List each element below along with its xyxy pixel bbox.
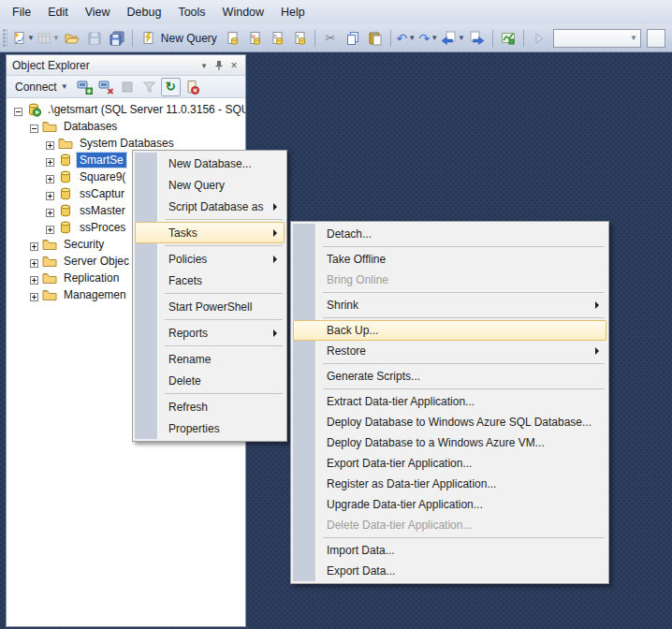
tree-item-label[interactable]: Security [61,237,107,252]
tree-row[interactable]: Databases [7,118,245,135]
menu-item-shrink[interactable]: Shrink [293,295,606,315]
close-icon[interactable]: × [226,58,241,72]
expand-icon[interactable] [46,224,54,232]
debug-start-button[interactable] [529,28,549,49]
menu-item-generate-scripts[interactable]: Generate Scripts... [293,366,606,387]
menu-item-deploy-database-to-a-windows-azure-vm[interactable]: Deploy Database to a Windows Azure VM... [293,432,606,453]
menu-item-deploy-database-to-windows-azure-sql-database[interactable]: Deploy Database to Windows Azure SQL Dat… [293,412,606,432]
menu-item-export-data-tier-application[interactable]: Export Data-tier Application... [293,453,606,474]
dropdown-arrow-icon[interactable]: ▼ [27,34,35,42]
expand-icon[interactable] [46,207,54,215]
mdx-query-button[interactable]: M [244,28,265,49]
database-engine-query-button[interactable] [222,28,242,49]
xmla-query-button[interactable]: X [289,28,310,49]
menu-item-tasks[interactable]: Tasks [135,222,285,243]
menu-item-facets[interactable]: Facets [135,270,285,291]
new-query-button[interactable] [138,28,158,49]
activity-chart-button[interactable] [498,28,519,49]
menu-item-start-powershell[interactable]: Start PowerShell [135,296,285,317]
tree-item-label[interactable]: .\getsmart (SQL Server 11.0.3156 - SQUA [45,102,245,117]
dropdown-arrow-icon[interactable]: ▼ [431,34,438,42]
expand-icon[interactable] [30,291,38,300]
availability-combo[interactable]: ▼ [553,29,641,48]
collapse-icon[interactable] [30,123,38,131]
open-file-button[interactable] [62,28,82,49]
tree-item-label[interactable]: Databases [61,119,120,134]
menu-item-take-offline[interactable]: Take Offline [293,249,606,270]
menu-item-delete[interactable]: Delete [135,370,285,391]
menubar-item-file[interactable]: File [4,0,39,24]
tree-item-label[interactable]: System Databases [77,136,177,151]
cut-button[interactable]: ✂ [320,28,341,49]
dropdown-arrow-icon[interactable]: ▼ [52,34,60,42]
menubar-item-edit[interactable]: Edit [39,0,77,24]
menu-item-properties[interactable]: Properties [135,417,285,439]
expand-icon[interactable] [46,156,54,165]
menu-item-restore[interactable]: Restore [293,341,606,361]
menu-item-new-query[interactable]: New Query [135,174,285,196]
dropdown-arrow-icon[interactable]: ▼ [408,34,416,42]
menu-item-import-data[interactable]: Import Data... [293,540,606,561]
menu-item-export-data[interactable]: Export Data... [293,561,606,581]
navigate-backward-button[interactable]: ▼ [441,28,465,49]
collapse-icon[interactable] [14,106,22,114]
menu-item-script-database-as[interactable]: Script Database as [135,196,285,217]
filter-icon[interactable] [139,78,159,96]
menubar-item-debug[interactable]: Debug [119,0,170,24]
pin-icon[interactable] [212,58,226,72]
tree-item-label[interactable]: ssProces [77,220,128,235]
tree-item-label[interactable]: ssCaptur [77,186,127,201]
menu-item-upgrade-data-tier-application[interactable]: Upgrade Data-tier Application... [293,494,606,515]
stop-icon[interactable] [118,78,138,96]
menu-item-extract-data-tier-application[interactable]: Extract Data-tier Application... [293,391,606,412]
menu-item-label: Reports [168,327,208,340]
connect-button[interactable]: Connect ▼ [10,80,73,95]
edge-combo[interactable] [647,29,665,48]
menubar-item-view[interactable]: View [77,0,119,24]
tree-row[interactable]: .\getsmart (SQL Server 11.0.3156 - SQUA [7,101,245,118]
menubar-item-window[interactable]: Window [214,0,272,24]
menu-item-policies[interactable]: Policies [135,248,285,270]
expand-icon[interactable] [46,190,54,198]
script-error-icon[interactable] [183,78,202,96]
menu-item-back-up[interactable]: Back Up... [293,320,606,341]
tree-item-label[interactable]: Server Objec [61,254,132,269]
connect-server-icon[interactable] [75,78,95,96]
undo-button[interactable]: ↶▼ [396,28,416,49]
save-button[interactable] [84,28,105,49]
menu-item-reports[interactable]: Reports [135,322,285,344]
navigate-forward-button[interactable] [467,28,488,49]
refresh-icon[interactable]: ↻ [161,78,181,96]
disconnect-icon[interactable] [96,78,116,96]
expand-icon[interactable] [30,241,38,249]
dropdown-arrow-icon[interactable]: ▼ [458,34,465,42]
expand-icon[interactable] [46,139,54,148]
menu-item-label: New Database... [168,157,252,170]
tree-item-label[interactable]: Managemen [61,287,129,302]
menu-item-refresh[interactable]: Refresh [135,396,285,417]
tree-item-label[interactable]: Square9( [77,169,128,184]
tree-item-label[interactable]: ssMaster [77,203,128,218]
expand-icon[interactable] [30,274,38,283]
expand-icon[interactable] [46,173,54,182]
menu-item-register-as-data-tier-application[interactable]: Register as Data-tier Application... [293,474,606,494]
toolbar-grip[interactable] [3,29,7,48]
menu-item-rename[interactable]: Rename [135,348,285,370]
expand-icon[interactable] [30,257,38,266]
new-query-label[interactable]: New Query [159,32,221,45]
tree-item-label[interactable]: Replication [61,271,122,285]
dmx-query-button[interactable]: D [267,28,287,49]
redo-button[interactable]: ↷▼ [418,28,439,49]
new-item-button[interactable]: ▼ [11,28,35,49]
menu-item-new-database[interactable]: New Database... [135,153,285,174]
menubar-item-tools[interactable]: Tools [169,0,213,24]
tree-item-label[interactable]: SmartSe [77,153,126,168]
copy-button[interactable] [343,28,363,49]
window-position-icon[interactable]: ▾ [197,58,212,72]
add-table-button[interactable]: ▼ [37,28,60,49]
object-explorer-toolbar: Connect ▼ ↻ [7,76,245,98]
paste-button[interactable] [365,28,386,49]
menu-item-detach[interactable]: Detach... [293,224,606,244]
save-all-button[interactable] [107,28,127,49]
menubar-item-help[interactable]: Help [272,0,314,24]
